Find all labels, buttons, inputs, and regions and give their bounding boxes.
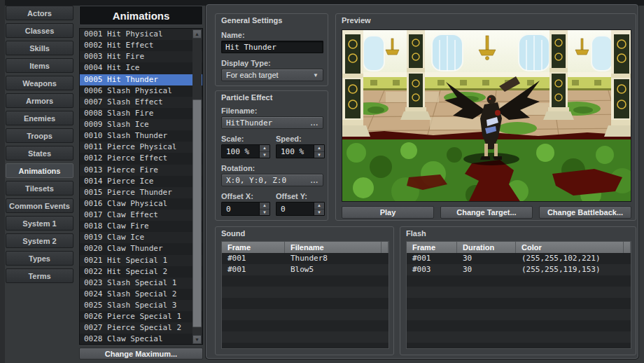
general-settings-group: General Settings Name: Display Type: For… [215, 13, 328, 86]
flash-cell-frame: #001 [407, 253, 457, 264]
scroll-down-icon[interactable]: ▼ [192, 335, 202, 344]
speed-up-icon[interactable]: ▲ [314, 145, 324, 152]
animation-list-item[interactable]: 0019 Claw Ice [80, 232, 202, 243]
filename-picker[interactable]: HitThunder ... [221, 116, 323, 129]
speed-stepper[interactable]: 100 % ▲ ▼ [276, 144, 325, 158]
flash-col-duration[interactable]: Duration [457, 242, 516, 253]
animation-list-item[interactable]: 0022 Hit Special 2 [80, 266, 202, 278]
animation-list-item[interactable]: 0004 Hit Ice [80, 62, 202, 74]
animation-list-item[interactable]: 0002 Hit Effect [80, 40, 202, 51]
speed-label: Speed: [276, 135, 302, 143]
flash-body: #00130(255,255,102,221)#00330(255,255,11… [407, 253, 631, 348]
play-button[interactable]: Play [342, 206, 434, 219]
preview-group: Preview [335, 13, 636, 221]
sidebar-item-enemies[interactable]: Enemies [6, 111, 74, 125]
flash-group: Flash FrameDurationColor#00130(255,255,1… [400, 226, 636, 355]
animation-list-item[interactable]: 0006 Slash Physical [80, 85, 202, 97]
sound-body: #001Thunder8#001Blow5 [222, 253, 388, 348]
preview-title: Preview [342, 16, 371, 25]
animation-list-item[interactable]: 0028 Claw Special [80, 334, 202, 345]
sidebar-item-armors[interactable]: Armors [6, 93, 74, 108]
animation-list-item[interactable]: 0024 Slash Special 2 [80, 289, 202, 300]
display-type-select[interactable]: For each target ▼ [221, 69, 323, 81]
flash-row[interactable]: #00330(255,255,119,153) [407, 264, 631, 275]
sound-table: FrameFilename#001Thunder8#001Blow5 [221, 241, 389, 349]
sidebar-item-tilesets[interactable]: Tilesets [6, 181, 74, 196]
page-title: Animations [79, 6, 203, 25]
animation-list-item[interactable]: 0009 Slash Ice [80, 119, 202, 130]
sidebar-item-states[interactable]: States [6, 146, 74, 160]
animation-list-item[interactable]: 0026 Pierce Special 1 [80, 311, 202, 322]
animation-list-item[interactable]: 0027 Pierce Special 2 [80, 322, 202, 334]
offset-y-up-icon[interactable]: ▲ [314, 203, 324, 210]
scale-up-icon[interactable]: ▲ [260, 145, 270, 152]
sidebar-item-items[interactable]: Items [6, 58, 74, 73]
animation-list-item[interactable]: 0021 Hit Special 1 [80, 255, 202, 266]
animation-list-item[interactable]: 0018 Claw Fire [80, 221, 202, 232]
scale-stepper[interactable]: 100 % ▲ ▼ [221, 144, 270, 158]
scrollbar-thumb[interactable] [192, 100, 202, 327]
change-battleback-button[interactable]: Change Battleback... [539, 206, 631, 219]
animation-list-scrollbar[interactable]: ▲ ▼ [192, 29, 202, 344]
animation-list-item[interactable]: 0015 Pierce Thunder [80, 187, 202, 198]
animation-list-item[interactable]: 0011 Pierce Physical [80, 142, 202, 153]
sidebar-item-classes[interactable]: Classes [6, 23, 74, 38]
left-edge-strip [0, 0, 5, 363]
sound-title: Sound [221, 229, 245, 238]
sound-row[interactable]: #001Blow5 [222, 264, 388, 275]
flash-cell-color: (255,255,102,221) [516, 253, 631, 264]
sidebar-item-troops[interactable]: Troops [6, 128, 74, 143]
animation-list-item[interactable]: 0001 Hit Physical [80, 29, 202, 40]
flash-col-color[interactable]: Color [516, 242, 624, 253]
sidebar-item-common-events[interactable]: Common Events [6, 198, 74, 213]
sidebar-item-system-1[interactable]: System 1 [6, 216, 74, 231]
flash-row[interactable]: #00130(255,255,102,221) [407, 253, 631, 264]
animation-list-item[interactable]: 0010 Slash Thunder [80, 130, 202, 142]
flash-table: FrameDurationColor#00130(255,255,102,221… [406, 241, 631, 349]
animation-list-item[interactable]: 0013 Pierce Fire [80, 165, 202, 176]
offset-x-stepper[interactable]: 0 ▲ ▼ [221, 202, 270, 216]
animation-list-item[interactable]: 0020 Claw Thunder [80, 243, 202, 254]
particle-effect-title: Particle Effect [221, 93, 272, 102]
chevron-down-icon: ▼ [313, 72, 318, 78]
animation-list-item[interactable]: 0017 Claw Effect [80, 210, 202, 221]
sidebar-item-skills[interactable]: Skills [6, 41, 74, 55]
animation-list-item[interactable]: 0003 Hit Fire [80, 51, 202, 62]
offset-y-stepper[interactable]: 0 ▲ ▼ [276, 202, 325, 216]
scroll-up-icon[interactable]: ▲ [192, 29, 202, 39]
animation-list-item[interactable]: 0012 Pierce Effect [80, 153, 202, 164]
sidebar-item-terms[interactable]: Terms [6, 268, 74, 283]
animation-list-item[interactable]: 0016 Claw Physical [80, 198, 202, 210]
sound-col-frame[interactable]: Frame [222, 242, 285, 253]
animation-list-item[interactable]: 0005 Hit Thunder [80, 74, 202, 85]
change-maximum-button[interactable]: Change Maximum... [79, 348, 203, 359]
animation-list-item[interactable]: 0025 Slash Special 3 [80, 300, 202, 311]
speed-down-icon[interactable]: ▼ [314, 152, 324, 158]
offset-x-down-icon[interactable]: ▼ [260, 210, 270, 216]
sound-group: Sound FrameFilename#001Thunder8#001Blow5 [215, 226, 394, 355]
scale-down-icon[interactable]: ▼ [260, 152, 270, 158]
animation-list-item[interactable]: 0008 Slash Fire [80, 108, 202, 119]
name-input[interactable] [221, 41, 323, 53]
sidebar-item-weapons[interactable]: Weapons [6, 76, 74, 90]
battleback-illustration [342, 30, 631, 202]
offset-y-down-icon[interactable]: ▼ [314, 210, 324, 216]
flash-col-frame[interactable]: Frame [407, 242, 457, 253]
animation-list-item[interactable]: 0014 Pierce Ice [80, 176, 202, 187]
offset-x-value: 0 [222, 203, 259, 215]
sound-row[interactable]: #001Thunder8 [222, 253, 388, 264]
flash-header-row: FrameDurationColor [407, 242, 631, 253]
sound-col-filename[interactable]: Filename [285, 242, 382, 253]
scale-label: Scale: [221, 135, 244, 143]
sidebar-item-types[interactable]: Types [6, 251, 74, 266]
sidebar-item-system-2[interactable]: System 2 [6, 233, 74, 248]
animation-list-item[interactable]: 0007 Slash Effect [80, 97, 202, 108]
rotation-picker[interactable]: X:0, Y:0, Z:0 ... [221, 174, 323, 186]
animation-list-item[interactable]: 0023 Slash Special 1 [80, 278, 202, 289]
filename-value: HitThunder [226, 118, 308, 128]
sidebar-item-actors[interactable]: Actors [6, 6, 74, 20]
sidebar-item-animations[interactable]: Animations [6, 163, 74, 178]
sound-header-row: FrameFilename [222, 242, 388, 253]
change-target-button[interactable]: Change Target... [440, 206, 533, 219]
offset-x-up-icon[interactable]: ▲ [260, 203, 270, 210]
